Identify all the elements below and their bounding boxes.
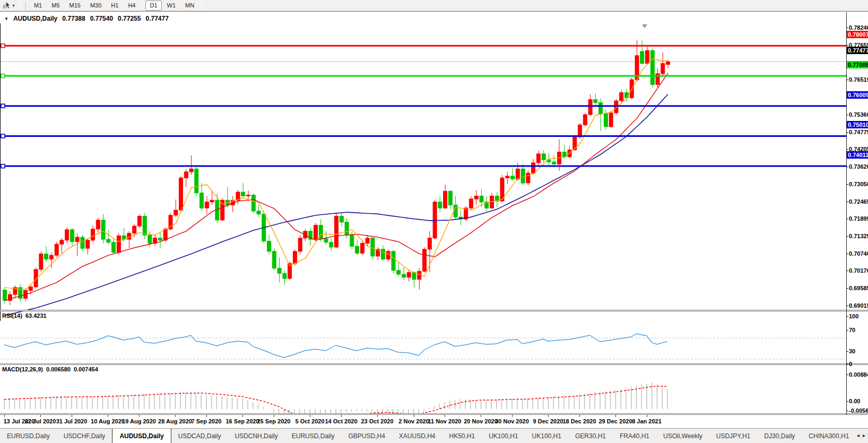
chart-tab-fra40-h1[interactable]: FRA40,H1	[613, 429, 656, 443]
panel-splitter-main-rsi[interactable]	[0, 310, 868, 311]
macd-value-main: 0.006580	[46, 366, 71, 372]
candle-body	[526, 173, 530, 183]
candle-body	[640, 51, 644, 64]
price-axis-tick-label: 0.72465	[849, 198, 868, 205]
rsi-axis-tick	[846, 316, 848, 317]
rsi-axis-tick-label: 70	[849, 327, 855, 334]
rsi-axis-tick-label: 0	[849, 361, 852, 368]
line-anchor-handle[interactable]	[1, 44, 5, 48]
macd-axis-tick-label: 0.00	[849, 398, 860, 405]
tab-scroll-left-icon[interactable]: ◂	[857, 432, 860, 438]
chart-tab-audusd-daily[interactable]: AUDUSD,Daily	[112, 428, 171, 443]
chart-tab-dj30-daily[interactable]: DJ30,Daily	[757, 429, 802, 443]
rsi-name: RSI(14)	[2, 312, 22, 319]
time-axis-tick	[108, 415, 108, 417]
timeframe-button-m5[interactable]: M5	[47, 1, 64, 11]
candle-body	[392, 251, 395, 271]
chart-tab-usdjpy-h1[interactable]: USDJPY,H1	[709, 429, 757, 443]
main-chart-canvas[interactable]	[0, 23, 846, 321]
candle-body	[39, 254, 43, 270]
macd-axis-tick	[846, 411, 848, 411]
panel-splitter-rsi-macd[interactable]	[0, 363, 868, 365]
candle-body	[599, 102, 603, 114]
chart-cursor-icon[interactable]	[2, 1, 11, 10]
chart-tab-hk50-h1[interactable]: HK50,H1	[442, 429, 482, 443]
time-axis-label: 10 Aug 2020	[91, 418, 125, 424]
tab-scroll-right-icon[interactable]: ▸	[863, 432, 865, 438]
time-axis-tick	[4, 415, 5, 417]
toolbar-divider	[142, 1, 143, 10]
chevron-down-icon[interactable]: ▼	[12, 4, 15, 7]
chart-tab-uk100-h1[interactable]: UK100,H1	[525, 429, 568, 443]
time-axis-label: 9 Dec 2020	[533, 418, 563, 424]
candle-body	[412, 273, 416, 280]
chart-tab-china300-h1[interactable]: CHINA300,H1	[802, 429, 856, 443]
chart-tab-uk100-h1[interactable]: UK100,H1	[482, 429, 525, 443]
candle-body	[583, 115, 587, 125]
chart-tab-ger30-h1[interactable]: GER30,H1	[568, 429, 613, 443]
time-axis-label: 16 Sep 2020	[226, 418, 259, 424]
price-level-badge: 0.74011	[847, 151, 868, 159]
price-axis-tick	[846, 236, 848, 237]
timeframe-button-h1[interactable]: H1	[107, 1, 123, 11]
time-axis-label: 5 Oct 2020	[295, 418, 324, 424]
timeframe-button-m30[interactable]: M30	[86, 1, 106, 11]
timeframe-button-w1[interactable]: W1	[163, 1, 180, 11]
chart-tab-usdchf-daily[interactable]: USDCHF,Daily	[57, 429, 112, 443]
timeframe-button-mn[interactable]: MN	[181, 1, 198, 11]
line-anchor-handle[interactable]	[1, 134, 5, 138]
time-axis-tick	[548, 415, 549, 417]
collapse-indicator-icon[interactable]: ▼	[4, 16, 8, 21]
time-axis-label: 25 Sep 2020	[257, 418, 291, 424]
candle-body	[251, 195, 255, 211]
candle-body	[283, 273, 287, 279]
price-axis-tick	[846, 28, 848, 28]
toolbar-grip[interactable]	[24, 2, 27, 9]
timeframe-button-h4[interactable]: H4	[124, 1, 140, 11]
line-anchor-handle[interactable]	[1, 164, 5, 168]
chart-tab-usdcad-daily[interactable]: USDCAD,Daily	[171, 429, 228, 443]
ohlc-open: 0.77388	[62, 15, 85, 22]
candle-body	[189, 169, 193, 172]
candle-body	[594, 100, 597, 103]
time-axis-tick	[647, 415, 647, 417]
time-axis-label: 30 Nov 2020	[495, 418, 529, 424]
ma-mid-line	[5, 73, 668, 301]
candle-body	[578, 125, 582, 137]
chart-tab-eurusd-daily[interactable]: EURUSD,Daily	[285, 429, 342, 443]
line-anchor-handle[interactable]	[1, 74, 5, 78]
candle-body	[448, 191, 452, 205]
chart-tab-usoil-weekly[interactable]: USOil,Weekly	[656, 429, 709, 443]
chart-shift-marker-icon[interactable]	[642, 24, 647, 28]
chart-tab-gbpusd-h4[interactable]: GBPUSD,H4	[341, 429, 392, 443]
candle-body	[91, 229, 95, 240]
time-axis-label: 11 Nov 2020	[428, 418, 462, 424]
candle-body	[81, 237, 84, 248]
timeframe-button-m1[interactable]: M1	[30, 1, 46, 11]
time-axis-tick	[481, 415, 481, 417]
timeframe-button-m15[interactable]: M15	[65, 1, 85, 11]
candle-body	[666, 62, 670, 64]
candle-body	[241, 192, 245, 196]
chart-tab-eurusd-daily[interactable]: EURUSD,Daily	[0, 429, 57, 443]
candle-body	[428, 238, 431, 249]
price-axis-tick	[846, 115, 848, 115]
rsi-panel-canvas[interactable]	[0, 323, 846, 375]
price-axis-tick	[846, 80, 848, 80]
candle-body	[609, 113, 613, 127]
timeframe-button-d1[interactable]: D1	[145, 1, 161, 11]
time-axis-tick	[242, 415, 243, 417]
candle-body	[542, 154, 545, 160]
chart-tab-xauusd-h4[interactable]: XAUUSD,H4	[392, 429, 442, 443]
rsi-axis-tick	[846, 330, 848, 331]
price-axis-tick	[846, 149, 848, 150]
time-axis-tick	[341, 415, 342, 417]
time-axis-label: 28 Aug 2020	[158, 418, 192, 424]
time-axis[interactable]: 13 Jul 202022 Jul 202031 Jul 202010 Aug …	[0, 415, 868, 429]
ma-slow-line	[5, 94, 668, 316]
price-axis-tick-label: 0.74775	[849, 129, 868, 136]
time-axis-tick	[377, 415, 378, 417]
chart-tab-usdcnh-daily[interactable]: USDCNH,Daily	[228, 429, 284, 443]
time-axis-label: 8 Jan 2021	[632, 418, 662, 424]
line-anchor-handle[interactable]	[1, 104, 5, 108]
